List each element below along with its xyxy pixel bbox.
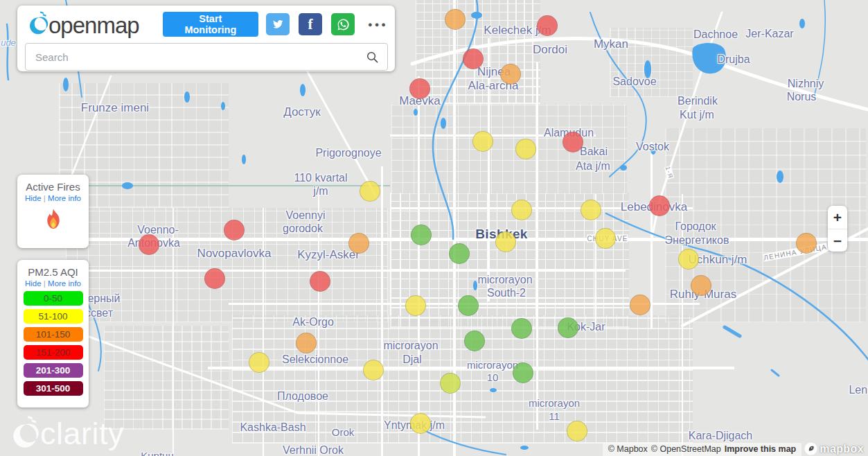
whatsapp-icon bbox=[337, 18, 350, 31]
aqi-marker-o[interactable] bbox=[445, 9, 466, 30]
aqi-marker-o[interactable] bbox=[796, 233, 817, 254]
aqi-range-chip: 0-50 bbox=[24, 291, 83, 306]
openmap-logo-icon bbox=[28, 11, 48, 37]
aqi-marker-y[interactable] bbox=[410, 413, 431, 434]
aqi-marker-g[interactable] bbox=[513, 362, 533, 383]
aqi-marker-y[interactable] bbox=[249, 352, 269, 373]
active-fires-panel: Active Fires Hide | More info bbox=[17, 175, 89, 248]
zoom-control: + − bbox=[828, 206, 847, 252]
aqi-marker-y[interactable] bbox=[678, 249, 699, 270]
aqi-marker-y[interactable] bbox=[567, 421, 587, 441]
aqi-marker-o[interactable] bbox=[500, 64, 521, 85]
facebook-icon: f bbox=[308, 17, 313, 31]
mapbox-logo[interactable]: mapbox bbox=[804, 442, 864, 455]
aqi-marker-r[interactable] bbox=[649, 195, 670, 216]
attribution-strip: © Mapbox © OpenStreetMap Improve this ma… bbox=[603, 443, 802, 456]
aqi-marker-g[interactable] bbox=[411, 225, 432, 245]
aqi-marker-g[interactable] bbox=[558, 317, 578, 338]
aqi-marker-y[interactable] bbox=[363, 360, 384, 380]
aqi-marker-y[interactable] bbox=[595, 228, 616, 249]
aqi-marker-r[interactable] bbox=[463, 49, 484, 69]
aqi-marker-r[interactable] bbox=[537, 15, 558, 36]
improve-this-map-link[interactable]: Improve this map bbox=[725, 444, 797, 454]
aqi-marker-o[interactable] bbox=[296, 333, 317, 353]
divider: | bbox=[44, 194, 46, 202]
twitter-button[interactable] bbox=[266, 13, 290, 35]
aqi-marker-r[interactable] bbox=[563, 132, 583, 152]
whatsapp-button[interactable] bbox=[331, 13, 355, 35]
aqi-marker-r[interactable] bbox=[409, 78, 430, 99]
aqi-marker-y[interactable] bbox=[515, 139, 536, 159]
aqi-marker-y[interactable] bbox=[472, 131, 493, 152]
openmap-app: Frunze imeniДостукPrigorognoye110 kvarta… bbox=[0, 0, 868, 456]
twitter-icon bbox=[272, 18, 284, 30]
aqi-marker-o[interactable] bbox=[348, 233, 369, 254]
aqi-range-chip: 301-500 bbox=[24, 381, 83, 396]
mapbox-logo-icon bbox=[804, 442, 817, 455]
start-monitoring-button[interactable]: Start Monitoring bbox=[163, 12, 258, 37]
search-box bbox=[25, 43, 388, 71]
aqi-marker-g[interactable] bbox=[458, 295, 479, 316]
aqi-legend-title: PM2.5 AQI bbox=[17, 266, 89, 278]
aqi-marker-y[interactable] bbox=[495, 231, 516, 252]
aqi-legend-more-info-link[interactable]: More info bbox=[48, 279, 81, 288]
aqi-marker-r[interactable] bbox=[139, 234, 159, 255]
aqi-legend-hide-link[interactable]: Hide bbox=[25, 279, 42, 288]
active-fires-more-info-link[interactable]: More info bbox=[48, 194, 81, 202]
aqi-legend-ranges: 0-5051-100101-150151-200201-300301-500 bbox=[17, 291, 89, 396]
aqi-range-chip: 51-100 bbox=[24, 309, 83, 324]
fire-icon bbox=[39, 207, 68, 236]
aqi-marker-g[interactable] bbox=[511, 318, 532, 339]
mapbox-logo-text: mapbox bbox=[820, 443, 864, 455]
aqi-marker-o[interactable] bbox=[691, 275, 711, 296]
header-card: openmap Start Monitoring f ●●● bbox=[17, 6, 395, 71]
aqi-marker-r[interactable] bbox=[204, 268, 225, 289]
aqi-marker-y[interactable] bbox=[581, 200, 601, 220]
facebook-button[interactable]: f bbox=[299, 13, 322, 35]
mapbox-attribution-link[interactable]: © Mapbox bbox=[608, 444, 648, 454]
search-icon bbox=[366, 51, 379, 64]
zoom-out-button[interactable]: − bbox=[828, 229, 847, 252]
divider: | bbox=[44, 279, 46, 288]
aqi-legend-panel: PM2.5 AQI Hide | More info 0-5051-100101… bbox=[17, 260, 89, 407]
aqi-range-chip: 101-150 bbox=[24, 327, 83, 342]
active-fires-title: Active Fires bbox=[17, 181, 89, 193]
aqi-marker-r[interactable] bbox=[224, 220, 245, 240]
more-menu-button[interactable]: ●●● bbox=[368, 20, 388, 28]
aqi-range-chip: 201-300 bbox=[24, 363, 83, 378]
active-fires-hide-link[interactable]: Hide bbox=[25, 194, 42, 202]
aqi-range-chip: 151-200 bbox=[24, 345, 83, 360]
aqi-marker-g[interactable] bbox=[449, 243, 470, 264]
map-attribution: © Mapbox © OpenStreetMap Improve this ma… bbox=[603, 442, 868, 456]
osm-attribution-link[interactable]: © OpenStreetMap bbox=[651, 444, 721, 454]
aqi-marker-g[interactable] bbox=[464, 331, 485, 351]
aqi-marker-y[interactable] bbox=[360, 181, 380, 202]
aqi-marker-o[interactable] bbox=[630, 295, 650, 315]
aqi-marker-yg[interactable] bbox=[440, 373, 461, 394]
openmap-logo-text: openmap bbox=[48, 14, 139, 37]
openmap-logo: openmap bbox=[28, 11, 163, 37]
search-input[interactable] bbox=[26, 51, 366, 63]
zoom-in-button[interactable]: + bbox=[828, 206, 847, 229]
aqi-marker-r[interactable] bbox=[310, 271, 330, 292]
aqi-marker-y[interactable] bbox=[511, 200, 532, 220]
aqi-marker-y[interactable] bbox=[405, 295, 426, 316]
